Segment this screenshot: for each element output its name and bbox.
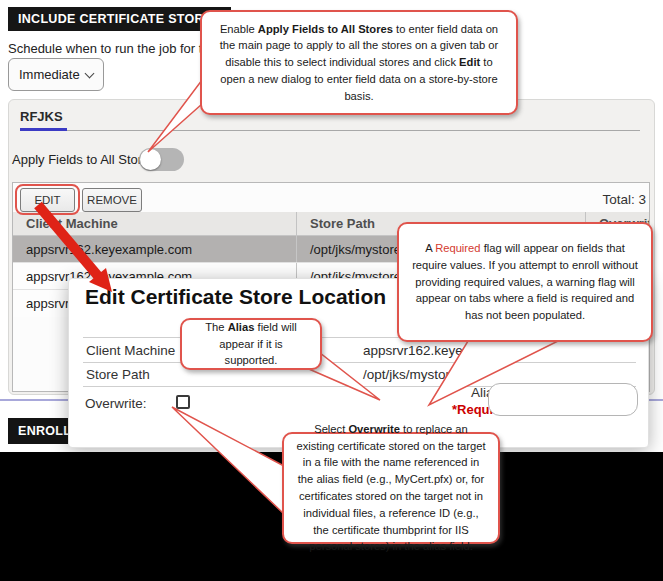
field-value-client-machine: appsrvr162.keyexam [363,343,488,358]
tab-rfjks[interactable]: RFJKS [20,109,63,124]
callout-alias: The Alias field will appear if it is sup… [180,318,322,370]
callout-overwrite: Select Overwrite to replace an existing … [282,432,500,544]
callout-text: Enable Apply Fields to All Stores to ent… [212,21,506,105]
callout-text: A Required flag will appear on fields th… [409,240,641,324]
total-count: Total: 3 [566,192,646,207]
toggle-knob [140,149,161,170]
include-certificate-stores-header: INCLUDE CERTIFICATE STORES [8,7,231,31]
callout-text: The Alias field will appear if it is sup… [192,319,310,369]
schedule-dropdown-value: Immediate [19,67,80,82]
chevron-down-icon [85,68,95,78]
screenshot-root: INCLUDE CERTIFICATE STORES Schedule when… [0,0,663,581]
callout-text: Select Overwrite to replace an existing … [294,421,488,555]
edit-button[interactable]: EDIT [20,188,75,212]
alias-input[interactable] [488,383,638,416]
apply-fields-toggle[interactable] [139,148,184,171]
callout-required: A Required flag will appear on fields th… [397,222,653,342]
tab-divider [20,130,640,131]
column-header-client-machine: Client Machine [13,216,296,231]
remove-button[interactable]: REMOVE [82,188,142,212]
schedule-dropdown[interactable]: Immediate [8,58,104,91]
cell-client-machine: appsrvr162.keyexample.com [13,242,296,257]
apply-fields-toggle-label: Apply Fields to All Stores [12,152,156,167]
field-value-store-path: /opt/jks/mystore1.j [363,367,472,382]
overwrite-checkbox[interactable] [176,395,190,409]
callout-apply-fields: Enable Apply Fields to All Stores to ent… [200,10,518,115]
modal-title: Edit Certificate Store Location [85,285,386,309]
active-tab-indicator [20,128,67,131]
overwrite-label: Overwrite: [85,396,147,411]
